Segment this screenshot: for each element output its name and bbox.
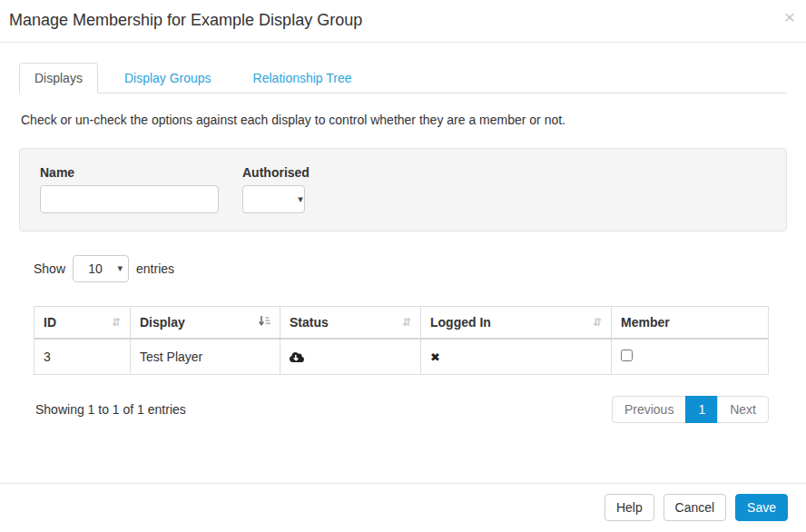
column-header-logged-in[interactable]: Logged In ⇵: [421, 307, 612, 340]
pagination-previous[interactable]: Previous: [612, 396, 686, 423]
cell-status: [280, 339, 421, 375]
table-row: 3 Test Player ✖: [34, 339, 769, 375]
tab-display-groups-label[interactable]: Display Groups: [109, 63, 227, 94]
sort-icon[interactable]: ⇵: [402, 316, 411, 329]
sort-ascending-icon[interactable]: [259, 315, 270, 330]
show-label: Show: [34, 261, 65, 276]
cell-id: 3: [34, 339, 131, 375]
column-header-id[interactable]: ID ⇵: [34, 307, 131, 340]
table-header-row: ID ⇵ Display: [34, 307, 769, 340]
filter-panel: Name Authorised ▾: [19, 148, 787, 232]
tab-relationship-tree[interactable]: Relationship Tree: [238, 63, 368, 94]
name-label: Name: [40, 165, 219, 180]
cell-display: Test Player: [131, 339, 280, 375]
entries-per-page-select[interactable]: 10: [73, 255, 129, 282]
cloud-download-icon: [290, 351, 411, 363]
tab-bar: Displays Display Groups Relationship Tre…: [19, 63, 787, 94]
tab-display-groups[interactable]: Display Groups: [109, 63, 227, 94]
pagination-page-1[interactable]: 1: [685, 396, 718, 423]
name-input[interactable]: [40, 185, 219, 213]
close-icon[interactable]: ×: [784, 7, 795, 26]
displays-table: ID ⇵ Display: [34, 306, 769, 375]
column-header-member: Member: [612, 307, 769, 340]
help-button[interactable]: Help: [604, 494, 654, 521]
member-checkbox[interactable]: [621, 350, 633, 361]
tab-displays[interactable]: Displays: [19, 63, 98, 94]
tab-description: Check or un-check the options against ea…: [21, 113, 785, 127]
column-header-display[interactable]: Display: [131, 307, 280, 340]
pagination-next[interactable]: Next: [717, 396, 769, 423]
modal-header: Manage Membership for Example Display Gr…: [0, 0, 806, 43]
name-filter-group: Name: [40, 165, 219, 213]
authorised-label: Authorised: [242, 165, 310, 180]
cell-member: [612, 339, 769, 375]
entries-label: entries: [136, 261, 174, 276]
tab-displays-label[interactable]: Displays: [19, 63, 98, 94]
x-mark-icon: ✖: [430, 350, 440, 364]
pagination: Previous 1 Next: [613, 396, 769, 423]
authorised-filter-group: Authorised ▾: [242, 165, 310, 213]
modal-footer: Help Cancel Save: [0, 483, 806, 532]
table-summary: Showing 1 to 1 of 1 entries: [35, 402, 186, 417]
manage-membership-modal: Manage Membership for Example Display Gr…: [0, 0, 806, 532]
datatable-wrapper: Show 10 ▾ entries ID: [34, 255, 769, 423]
sort-icon[interactable]: ⇵: [112, 316, 121, 329]
column-header-status[interactable]: Status ⇵: [280, 307, 421, 340]
modal-title: Manage Membership for Example Display Gr…: [9, 11, 792, 30]
authorised-select[interactable]: [242, 185, 305, 213]
cell-logged-in: ✖: [421, 339, 612, 375]
cancel-button[interactable]: Cancel: [663, 494, 727, 521]
table-length-control: Show 10 ▾ entries: [34, 255, 769, 282]
tab-relationship-tree-label[interactable]: Relationship Tree: [238, 63, 368, 94]
table-footer-row: Showing 1 to 1 of 1 entries Previous 1 N…: [34, 396, 769, 423]
save-button[interactable]: Save: [735, 494, 788, 521]
sort-icon[interactable]: ⇵: [593, 316, 602, 329]
modal-body: Displays Display Groups Relationship Tre…: [0, 43, 806, 430]
